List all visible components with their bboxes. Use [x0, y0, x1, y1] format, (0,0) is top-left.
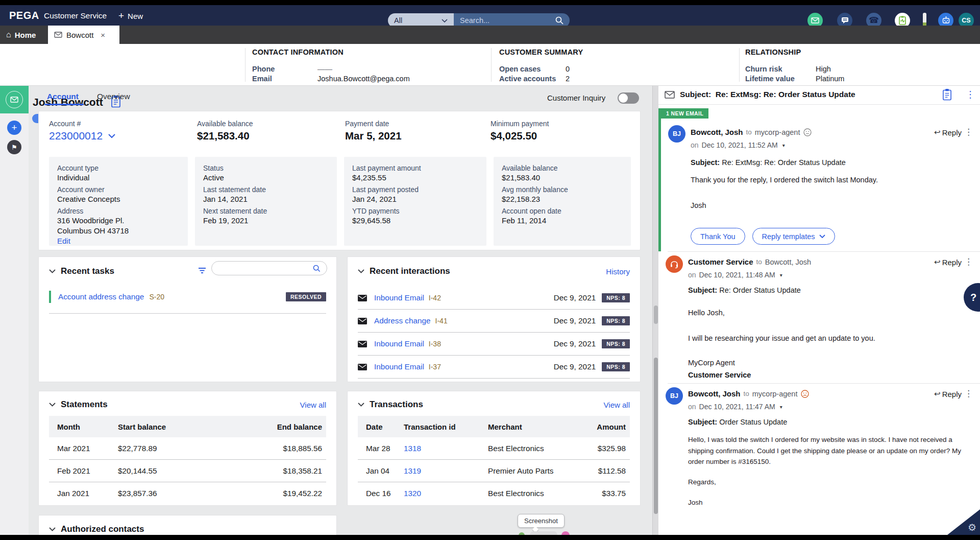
interaction-link[interactable]: Inbound Email	[374, 339, 424, 348]
clipboard-pulse-icon	[899, 16, 906, 25]
recent-interactions-header[interactable]: Recent interactions	[358, 266, 450, 276]
transactions-view-all-link[interactable]: View all	[604, 401, 630, 409]
search-input[interactable]	[460, 16, 555, 25]
edit-address-link[interactable]: Edit	[57, 236, 180, 246]
message-body-paragraph: Hello, I was told the switch I ordered f…	[688, 434, 962, 467]
close-tab-icon[interactable]: ×	[101, 31, 105, 39]
sender-name: Bowcott, Josh	[688, 389, 741, 398]
lifetime-value-value: Platinum	[816, 75, 844, 83]
timestamp-caret-icon[interactable]: ▾	[780, 404, 782, 410]
phone-value: ——	[317, 65, 332, 73]
active-accounts-label: Active accounts	[499, 75, 556, 83]
account-number-label: Account #	[49, 120, 81, 128]
available-balance-value: $21,583.40	[197, 130, 250, 142]
thread-menu-kebab[interactable]: ⋮	[966, 89, 975, 100]
statements-view-all-link[interactable]: View all	[300, 401, 326, 409]
statement-row: Mar 2021 $22,778.89 $18,885.56	[49, 437, 326, 460]
reply-button[interactable]: ↩ Reply	[934, 257, 962, 267]
chevron-down-icon	[819, 234, 825, 238]
col-header: End balance	[265, 422, 326, 431]
tab-account-underline	[45, 104, 84, 105]
chat-bubble-icon	[841, 17, 849, 24]
address-line1: 316 Woodbridge Pl.	[57, 216, 180, 226]
thank-you-button[interactable]: Thank You	[691, 228, 745, 245]
interaction-link[interactable]: Inbound Email	[374, 293, 424, 302]
authorized-contacts-header[interactable]: Authorized contacts	[49, 524, 144, 534]
interaction-id: I-41	[435, 317, 448, 325]
envelope-icon	[665, 91, 675, 99]
search-icon[interactable]	[555, 16, 564, 25]
message-menu-kebab[interactable]: ⋮	[964, 389, 973, 398]
message-menu-kebab[interactable]: ⋮	[964, 128, 973, 136]
new-button[interactable]: + New	[118, 10, 143, 21]
interaction-id: I-37	[429, 363, 441, 371]
tasks-search-input[interactable]	[218, 265, 313, 272]
account-number-dropdown[interactable]: 223000012	[49, 130, 116, 142]
statement-row: Jan 2021 $23,857.36 $19,452.22	[49, 482, 326, 505]
rail-email-interaction[interactable]	[0, 86, 29, 113]
recent-tasks-header[interactable]: Recent tasks	[49, 266, 114, 276]
message-timestamp: on Dec 10, 2021, 11:47 AM ▾	[688, 403, 782, 411]
message-body-line: Hello Josh,	[688, 309, 725, 317]
filter-icon[interactable]	[198, 267, 206, 275]
tab-home[interactable]: ⌂ Home	[0, 26, 46, 44]
envelope-icon	[358, 341, 367, 347]
splitter-handle[interactable]	[654, 306, 658, 324]
message-divider	[668, 383, 980, 384]
minimum-payment-label: Minimum payment	[491, 120, 549, 128]
transaction-row: Jan 04 1319 Premier Auto Parts $112.58	[358, 460, 630, 482]
collapse-chevron-icon	[358, 269, 364, 273]
statements-header[interactable]: Statements	[49, 400, 108, 410]
home-icon: ⌂	[6, 30, 11, 39]
top-black-strip	[0, 0, 980, 5]
scrollbar-thumb[interactable]	[654, 358, 658, 514]
interaction-date: Dec 9, 2021	[554, 293, 596, 302]
gear-icon[interactable]: ⚙	[968, 522, 976, 533]
mail-icon	[811, 17, 819, 24]
minimum-payment-value: $4,025.50	[491, 130, 537, 142]
headset-icon	[670, 260, 679, 269]
nps-badge: NPS: 8	[602, 293, 630, 302]
rail-add-button[interactable]: +	[7, 121, 21, 135]
app-window: PEGA Customer Service + New All ☎	[0, 0, 980, 540]
tab-overview[interactable]: Overview	[97, 92, 130, 101]
transaction-id-link[interactable]: 1320	[404, 489, 488, 498]
left-rail: + ⚑	[0, 86, 29, 535]
transaction-id-link[interactable]: 1318	[404, 444, 488, 453]
copy-thread-icon[interactable]	[942, 88, 952, 101]
collapse-chevron-icon	[49, 403, 56, 407]
transactions-header[interactable]: Transactions	[358, 400, 423, 410]
neutral-sentiment-icon	[803, 128, 812, 136]
transactions-card: Transactions View all Date Transaction i…	[347, 391, 641, 506]
interaction-date: Dec 9, 2021	[554, 362, 596, 371]
tab-account[interactable]: Account	[47, 92, 79, 101]
negative-sentiment-icon	[801, 390, 809, 398]
envelope-icon	[358, 318, 367, 324]
history-link[interactable]: History	[606, 267, 630, 276]
message-divider	[668, 251, 980, 252]
task-link[interactable]: Account address change	[58, 292, 144, 301]
account-summary-card: Account # 223000012 Available balance $2…	[38, 111, 641, 250]
message-signature: MyCorp Agent	[688, 359, 735, 367]
customer-inquiry-label: Customer Inquiry	[547, 93, 605, 102]
payment-date-label: Payment date	[345, 120, 389, 128]
interaction-link[interactable]: Address change	[374, 316, 431, 325]
rail-flag-button[interactable]: ⚑	[7, 140, 21, 154]
message-body-line: Regards,	[688, 478, 716, 486]
reply-button[interactable]: ↩ Reply	[934, 128, 962, 137]
tab-bowcott[interactable]: Bowcott ×	[48, 26, 119, 44]
interaction-link[interactable]: Inbound Email	[374, 362, 424, 371]
timestamp-caret-icon[interactable]: ▾	[780, 272, 782, 278]
timestamp-caret-icon[interactable]: ▾	[782, 143, 785, 148]
message-menu-kebab[interactable]: ⋮	[964, 257, 973, 266]
new-email-badge: 1 NEW EMAIL	[661, 108, 708, 119]
transaction-id-link[interactable]: 1319	[404, 466, 488, 476]
reply-button[interactable]: ↩ Reply	[934, 389, 962, 398]
email-value: Joshua.Bowcott@pega.com	[317, 75, 410, 83]
search-icon[interactable]	[313, 265, 321, 272]
reply-templates-button[interactable]: Reply templates	[752, 228, 835, 245]
panel-scrollbar-track[interactable]	[652, 86, 658, 535]
interaction-id: I-42	[429, 294, 441, 302]
customer-inquiry-toggle[interactable]	[618, 92, 639, 104]
sender-avatar: BJ	[666, 387, 683, 405]
